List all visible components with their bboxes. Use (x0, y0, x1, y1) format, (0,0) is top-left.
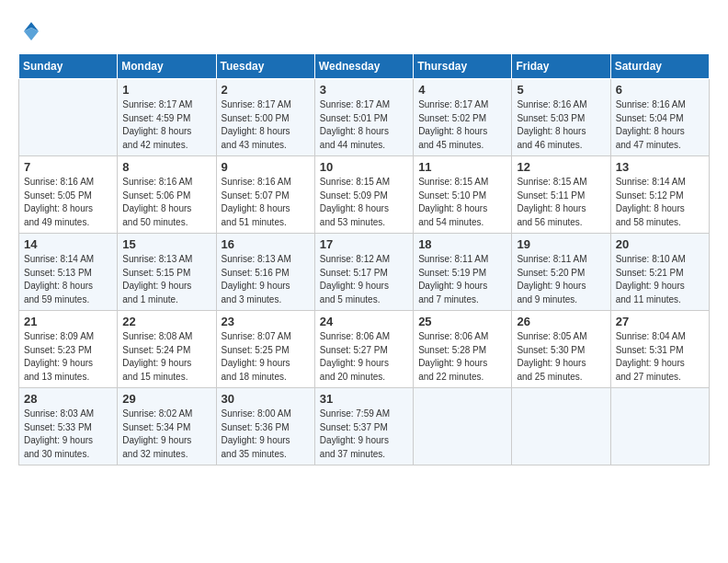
day-number: 1 (122, 83, 210, 97)
weekday-header-thursday: Thursday (414, 54, 512, 79)
day-info: Sunrise: 8:08 AM Sunset: 5:24 PM Dayligh… (122, 330, 210, 384)
day-number: 10 (320, 160, 408, 174)
calendar-cell: 20Sunrise: 8:10 AM Sunset: 5:21 PM Dayli… (610, 234, 709, 311)
day-info: Sunrise: 8:03 AM Sunset: 5:33 PM Dayligh… (24, 408, 112, 461)
day-number: 8 (122, 160, 210, 174)
day-number: 14 (24, 237, 112, 251)
day-number: 29 (122, 392, 210, 406)
day-number: 2 (222, 83, 310, 97)
calendar-cell: 11Sunrise: 8:15 AM Sunset: 5:10 PM Dayli… (414, 156, 512, 234)
calendar-cell: 29Sunrise: 8:02 AM Sunset: 5:34 PM Dayli… (118, 388, 216, 465)
calendar-cell: 17Sunrise: 8:12 AM Sunset: 5:17 PM Dayli… (314, 234, 413, 311)
calendar-cell: 13Sunrise: 8:14 AM Sunset: 5:12 PM Dayli… (610, 156, 709, 234)
day-info: Sunrise: 8:15 AM Sunset: 5:09 PM Dayligh… (320, 176, 408, 229)
day-info: Sunrise: 8:17 AM Sunset: 4:59 PM Dayligh… (122, 98, 210, 152)
week-row-1: 1Sunrise: 8:17 AM Sunset: 4:59 PM Daylig… (19, 79, 710, 156)
calendar-cell: 21Sunrise: 8:09 AM Sunset: 5:23 PM Dayli… (19, 311, 118, 388)
week-row-4: 21Sunrise: 8:09 AM Sunset: 5:23 PM Dayli… (19, 311, 710, 388)
day-number: 11 (418, 160, 506, 174)
day-number: 24 (320, 315, 408, 328)
weekday-header-row: SundayMondayTuesdayWednesdayThursdayFrid… (19, 54, 710, 79)
day-info: Sunrise: 8:13 AM Sunset: 5:16 PM Dayligh… (222, 253, 310, 306)
weekday-header-saturday: Saturday (610, 54, 709, 79)
day-number: 27 (616, 315, 704, 328)
day-info: Sunrise: 8:16 AM Sunset: 5:04 PM Dayligh… (616, 98, 704, 152)
day-info: Sunrise: 8:06 AM Sunset: 5:27 PM Dayligh… (320, 330, 408, 384)
calendar-cell: 25Sunrise: 8:06 AM Sunset: 5:28 PM Dayli… (414, 311, 512, 388)
day-number: 3 (320, 83, 408, 97)
day-info: Sunrise: 8:17 AM Sunset: 5:02 PM Dayligh… (418, 98, 506, 152)
day-number: 26 (517, 315, 605, 328)
calendar-cell: 26Sunrise: 8:05 AM Sunset: 5:30 PM Dayli… (512, 311, 610, 388)
page-header (18, 18, 710, 44)
day-info: Sunrise: 8:16 AM Sunset: 5:05 PM Dayligh… (24, 176, 112, 229)
calendar-cell: 24Sunrise: 8:06 AM Sunset: 5:27 PM Dayli… (314, 311, 413, 388)
calendar-cell: 12Sunrise: 8:15 AM Sunset: 5:11 PM Dayli… (512, 156, 610, 234)
day-info: Sunrise: 8:06 AM Sunset: 5:28 PM Dayligh… (418, 330, 506, 384)
day-info: Sunrise: 8:07 AM Sunset: 5:25 PM Dayligh… (222, 330, 310, 384)
weekday-header-sunday: Sunday (19, 54, 118, 79)
calendar-cell: 14Sunrise: 8:14 AM Sunset: 5:13 PM Dayli… (19, 234, 118, 311)
day-number: 13 (616, 160, 704, 174)
calendar-table: SundayMondayTuesdayWednesdayThursdayFrid… (18, 53, 710, 465)
calendar-cell: 23Sunrise: 8:07 AM Sunset: 5:25 PM Dayli… (216, 311, 314, 388)
calendar-cell: 15Sunrise: 8:13 AM Sunset: 5:15 PM Dayli… (118, 234, 216, 311)
calendar-cell (19, 79, 118, 156)
day-number: 21 (24, 315, 112, 328)
day-info: Sunrise: 8:14 AM Sunset: 5:13 PM Dayligh… (24, 253, 112, 306)
day-info: Sunrise: 8:11 AM Sunset: 5:19 PM Dayligh… (418, 253, 506, 306)
day-info: Sunrise: 8:00 AM Sunset: 5:36 PM Dayligh… (222, 408, 310, 461)
day-info: Sunrise: 8:13 AM Sunset: 5:15 PM Dayligh… (122, 253, 210, 306)
day-info: Sunrise: 8:17 AM Sunset: 5:00 PM Dayligh… (222, 98, 310, 152)
calendar-cell: 19Sunrise: 8:11 AM Sunset: 5:20 PM Dayli… (512, 234, 610, 311)
calendar-cell: 30Sunrise: 8:00 AM Sunset: 5:36 PM Dayli… (216, 388, 314, 465)
calendar-cell: 4Sunrise: 8:17 AM Sunset: 5:02 PM Daylig… (414, 79, 512, 156)
day-number: 22 (122, 315, 210, 328)
day-info: Sunrise: 8:14 AM Sunset: 5:12 PM Dayligh… (616, 176, 704, 229)
week-row-2: 7Sunrise: 8:16 AM Sunset: 5:05 PM Daylig… (19, 156, 710, 234)
day-info: Sunrise: 8:15 AM Sunset: 5:10 PM Dayligh… (418, 176, 506, 229)
day-info: Sunrise: 8:10 AM Sunset: 5:21 PM Dayligh… (616, 253, 704, 306)
day-number: 31 (320, 392, 408, 406)
day-number: 16 (222, 237, 310, 251)
weekday-header-friday: Friday (512, 54, 610, 79)
calendar-cell (414, 388, 512, 465)
day-info: Sunrise: 8:16 AM Sunset: 5:06 PM Dayligh… (122, 176, 210, 229)
calendar-cell: 5Sunrise: 8:16 AM Sunset: 5:03 PM Daylig… (512, 79, 610, 156)
day-number: 17 (320, 237, 408, 251)
calendar-cell: 3Sunrise: 8:17 AM Sunset: 5:01 PM Daylig… (314, 79, 413, 156)
day-number: 5 (517, 83, 605, 97)
weekday-header-monday: Monday (118, 54, 216, 79)
day-info: Sunrise: 8:02 AM Sunset: 5:34 PM Dayligh… (122, 408, 210, 461)
day-info: Sunrise: 7:59 AM Sunset: 5:37 PM Dayligh… (320, 408, 408, 461)
calendar-cell: 2Sunrise: 8:17 AM Sunset: 5:00 PM Daylig… (216, 79, 314, 156)
day-info: Sunrise: 8:15 AM Sunset: 5:11 PM Dayligh… (517, 176, 605, 229)
day-info: Sunrise: 8:09 AM Sunset: 5:23 PM Dayligh… (24, 330, 112, 384)
day-number: 28 (24, 392, 112, 406)
day-info: Sunrise: 8:05 AM Sunset: 5:30 PM Dayligh… (517, 330, 605, 384)
calendar-cell: 10Sunrise: 8:15 AM Sunset: 5:09 PM Dayli… (314, 156, 413, 234)
day-number: 7 (24, 160, 112, 174)
day-number: 15 (122, 237, 210, 251)
day-info: Sunrise: 8:12 AM Sunset: 5:17 PM Dayligh… (320, 253, 408, 306)
day-number: 6 (616, 83, 704, 97)
calendar-cell: 6Sunrise: 8:16 AM Sunset: 5:04 PM Daylig… (610, 79, 709, 156)
calendar-cell: 7Sunrise: 8:16 AM Sunset: 5:05 PM Daylig… (19, 156, 118, 234)
day-info: Sunrise: 8:16 AM Sunset: 5:07 PM Dayligh… (222, 176, 310, 229)
day-number: 4 (418, 83, 506, 97)
calendar-cell: 1Sunrise: 8:17 AM Sunset: 4:59 PM Daylig… (118, 79, 216, 156)
calendar-cell (512, 388, 610, 465)
day-number: 25 (418, 315, 506, 328)
calendar-cell (610, 388, 709, 465)
day-number: 19 (517, 237, 605, 251)
calendar-cell: 9Sunrise: 8:16 AM Sunset: 5:07 PM Daylig… (216, 156, 314, 234)
day-number: 18 (418, 237, 506, 251)
day-number: 20 (616, 237, 704, 251)
calendar-cell: 28Sunrise: 8:03 AM Sunset: 5:33 PM Dayli… (19, 388, 118, 465)
week-row-3: 14Sunrise: 8:14 AM Sunset: 5:13 PM Dayli… (19, 234, 710, 311)
calendar-cell: 27Sunrise: 8:04 AM Sunset: 5:31 PM Dayli… (610, 311, 709, 388)
day-info: Sunrise: 8:16 AM Sunset: 5:03 PM Dayligh… (517, 98, 605, 152)
calendar-cell: 18Sunrise: 8:11 AM Sunset: 5:19 PM Dayli… (414, 234, 512, 311)
week-row-5: 28Sunrise: 8:03 AM Sunset: 5:33 PM Dayli… (19, 388, 710, 465)
day-number: 23 (222, 315, 310, 328)
